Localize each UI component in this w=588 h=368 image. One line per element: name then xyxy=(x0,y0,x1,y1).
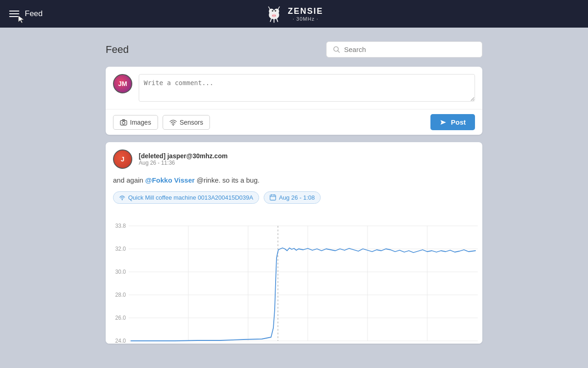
menu-button[interactable] xyxy=(9,11,19,17)
post-header: J [deleted] jasper@30mhz.com Aug 26 - 11… xyxy=(106,142,482,173)
svg-point-15 xyxy=(173,124,174,125)
page-title: Feed xyxy=(106,44,129,56)
svg-point-17 xyxy=(122,199,123,200)
svg-text:28.0: 28.0 xyxy=(115,292,126,298)
compose-toolbar: Images Sensors Post xyxy=(106,109,482,135)
svg-point-10 xyxy=(275,15,276,16)
svg-point-7 xyxy=(275,10,276,12)
svg-text:33.8: 33.8 xyxy=(115,223,126,229)
main-content: Feed JM xyxy=(0,28,588,344)
nav-title: Feed xyxy=(25,9,43,18)
content-wrapper: Feed JM xyxy=(106,41,482,344)
nav-left: Feed xyxy=(9,9,43,18)
post-avatar: J xyxy=(113,150,132,169)
svg-text:24.0: 24.0 xyxy=(115,338,126,344)
brand-logo xyxy=(265,5,283,23)
send-icon xyxy=(440,119,447,126)
page-header: Feed xyxy=(106,41,482,58)
brand-sub: · 30MHz · xyxy=(293,16,318,22)
post-meta: [deleted] jasper@30mhz.com Aug 26 - 11:3… xyxy=(139,152,227,166)
post-text-suffix: @rinke. so its a bug. xyxy=(195,176,260,184)
topnav: Feed ZENSIE · 30MHz · xyxy=(0,0,588,28)
compose-area: JM xyxy=(106,67,482,109)
svg-text:26.0: 26.0 xyxy=(115,315,126,321)
chart-container: 33.8 32.0 30.0 28.0 26.0 24.0 xyxy=(106,210,482,344)
svg-rect-18 xyxy=(270,195,276,200)
post-card: J [deleted] jasper@30mhz.com Aug 26 - 11… xyxy=(106,142,482,344)
date-tag-label: Aug 26 - 1:08 xyxy=(279,194,315,201)
svg-point-6 xyxy=(272,10,273,12)
post-mention: @Fokko Visser xyxy=(145,176,195,184)
post-button[interactable]: Post xyxy=(430,114,475,130)
svg-line-12 xyxy=(338,51,340,52)
post-time: Aug 26 - 11:36 xyxy=(139,160,227,166)
chart-svg: 33.8 32.0 30.0 28.0 26.0 24.0 xyxy=(106,218,482,344)
post-tags: Quick Mill coffee machine 0013A200415D03… xyxy=(106,191,482,210)
search-box[interactable] xyxy=(326,41,482,58)
sensor-tag[interactable]: Quick Mill coffee machine 0013A200415D03… xyxy=(113,191,259,204)
search-input[interactable] xyxy=(344,46,475,53)
calendar-icon xyxy=(270,194,276,201)
compose-input[interactable] xyxy=(139,74,475,102)
compose-card: JM Images xyxy=(106,67,482,135)
camera-icon xyxy=(120,119,127,126)
brand-center: ZENSIE · 30MHz · xyxy=(265,5,323,23)
sensor-tag-label: Quick Mill coffee machine 0013A200415D03… xyxy=(128,194,253,201)
post-body: and again @Fokko Visser @rinke. so its a… xyxy=(106,173,482,191)
search-icon xyxy=(333,46,340,53)
current-user-avatar: JM xyxy=(113,74,132,93)
svg-point-9 xyxy=(272,15,273,16)
wifi-icon xyxy=(170,119,177,126)
sensors-button[interactable]: Sensors xyxy=(163,115,210,130)
post-text-prefix: and again xyxy=(113,176,145,184)
brand-name: ZENSIE xyxy=(288,6,323,16)
images-button[interactable]: Images xyxy=(113,115,158,130)
sensor-tag-icon xyxy=(119,194,125,201)
brand-text: ZENSIE · 30MHz · xyxy=(288,6,323,22)
post-author: [deleted] jasper@30mhz.com xyxy=(139,152,227,160)
svg-point-14 xyxy=(122,121,125,124)
svg-marker-16 xyxy=(441,120,446,125)
svg-text:30.0: 30.0 xyxy=(115,269,126,275)
svg-text:32.0: 32.0 xyxy=(115,246,126,252)
date-tag[interactable]: Aug 26 - 1:08 xyxy=(264,191,321,204)
